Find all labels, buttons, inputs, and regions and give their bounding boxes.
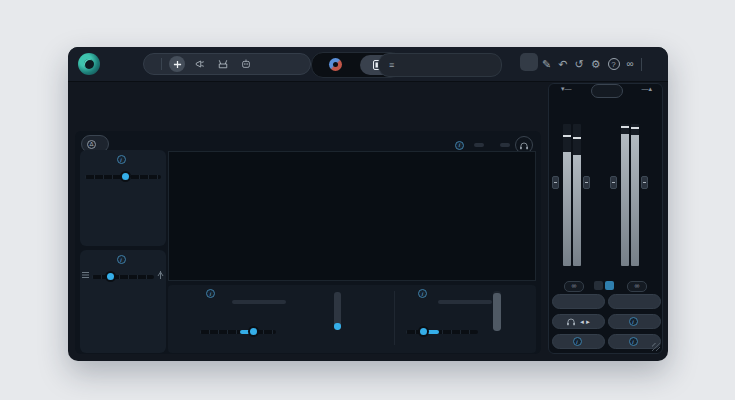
header-bar: ≡ ✎ ↶ ↺ ⚙ ? ∞: [68, 47, 668, 82]
info-icon[interactable]: i: [455, 141, 464, 150]
input-gain-fader-left[interactable]: [552, 176, 559, 189]
info-icon[interactable]: i: [117, 155, 126, 164]
balance-knob[interactable]: [90, 188, 154, 246]
presets-dropdown[interactable]: ≡: [378, 53, 502, 77]
stereo-arrows-icon: ◄►: [579, 319, 591, 325]
peak-hold-mark: [631, 127, 639, 129]
desktop-background: ≡ ✎ ↶ ↺ ⚙ ? ∞ Δ i: [0, 0, 735, 400]
info-icon[interactable]: i: [418, 289, 427, 298]
balance-title-row: i: [80, 155, 166, 164]
peak-hold-mark: [621, 126, 629, 128]
ozone-logo-icon: [78, 53, 100, 75]
peak-hold-mark: [573, 137, 581, 139]
punch-min-icon: [82, 271, 89, 279]
punch-section: i: [80, 250, 166, 353]
gain-increment-button[interactable]: [605, 281, 614, 290]
output-meter-left: [621, 124, 629, 266]
sustain-threshold-value[interactable]: [232, 300, 286, 304]
gain-match-button[interactable]: [608, 294, 661, 309]
meter-fill: [563, 152, 571, 266]
input-meter-right: [573, 124, 581, 266]
window-controls: ✎ ↶ ↺ ⚙ ? ∞: [542, 56, 649, 72]
mix-target-selector[interactable]: [143, 53, 311, 75]
punch-max-icon: [157, 271, 164, 279]
meter-scale: [591, 124, 609, 264]
punch-title-row: i: [80, 255, 166, 264]
punch-slider-handle[interactable]: [107, 273, 114, 280]
input-channel-link-icon[interactable]: ∞: [564, 281, 584, 292]
info-icon[interactable]: i: [117, 255, 126, 264]
help-icon[interactable]: ?: [608, 58, 620, 70]
undo-icon[interactable]: ↶: [558, 56, 567, 72]
io-toggle[interactable]: [591, 84, 623, 98]
balance-section: i: [80, 150, 166, 246]
delta-icon: Δ: [87, 140, 96, 149]
reference-button[interactable]: i: [608, 314, 661, 329]
instruments-icon[interactable]: [238, 56, 254, 72]
resize-handle-icon[interactable]: [652, 343, 660, 351]
waveform-display[interactable]: [168, 151, 536, 281]
gain-decrement-button[interactable]: [594, 281, 603, 290]
sustain-slider-handle[interactable]: [250, 328, 257, 335]
sustain-title-row: i: [206, 289, 219, 298]
meter-fill: [573, 155, 581, 266]
module-chain: [75, 83, 541, 127]
ozone-plugin-window: ≡ ✎ ↶ ↺ ⚙ ? ∞ Δ i: [68, 47, 668, 361]
output-meter-right: [631, 124, 639, 266]
input-gain-fader-right[interactable]: [583, 176, 590, 189]
zoom-value[interactable]: [500, 143, 510, 147]
info-icon[interactable]: i: [206, 289, 215, 298]
peak-tone-slider[interactable]: [406, 330, 478, 334]
output-gain-fader-right[interactable]: [641, 176, 648, 189]
sustain-amount-knob[interactable]: [280, 298, 326, 344]
preset-list-icon: ≡: [389, 60, 394, 70]
peak-gain-meter: [493, 291, 501, 331]
info-icon: i: [629, 317, 638, 326]
vocals-icon[interactable]: [192, 56, 208, 72]
peak-slider-handle[interactable]: [420, 328, 427, 335]
balance-slider-handle[interactable]: [122, 173, 129, 180]
output-gain-fader-left[interactable]: [610, 176, 617, 189]
info-icon: i: [629, 337, 638, 346]
full-mix-icon[interactable]: [169, 56, 185, 72]
sustain-gain-meter-fill: [334, 323, 341, 330]
preset-next-button[interactable]: [520, 53, 538, 71]
input-meter-left: [563, 124, 571, 266]
bypass-button[interactable]: [552, 294, 605, 309]
link-icon[interactable]: ∞: [627, 56, 634, 72]
meter-fill: [621, 134, 629, 266]
io-meter-panel: ▾— —▴: [548, 83, 663, 354]
settings-gear-icon[interactable]: ⚙: [591, 56, 601, 72]
assistant-icon[interactable]: [329, 58, 342, 71]
divider: [641, 58, 642, 71]
peak-hold-mark: [563, 135, 571, 137]
punch-knob[interactable]: [90, 290, 154, 350]
peak-threshold-value[interactable]: [438, 300, 492, 304]
divider: [161, 58, 162, 70]
history-icon[interactable]: ↺: [574, 56, 583, 72]
sustain-tone-slider[interactable]: [200, 330, 276, 334]
output-channel-link-icon[interactable]: ∞: [627, 281, 647, 292]
monitor-mode-button[interactable]: ◄►: [552, 314, 605, 329]
drums-icon[interactable]: [215, 56, 231, 72]
balance-slider[interactable]: [85, 175, 161, 179]
cutoff-frequency-value[interactable]: [474, 143, 484, 147]
meter-fill: [631, 135, 639, 266]
peak-title-row: i: [418, 289, 431, 298]
collapse-left-icon[interactable]: ▾—: [561, 85, 572, 93]
sustain-gain-meter: [334, 292, 341, 330]
divider: [394, 291, 395, 345]
bass-control-module-panel: Δ i i: [75, 131, 541, 354]
edit-icon[interactable]: ✎: [542, 56, 551, 72]
headphones-icon: [566, 317, 576, 326]
info-icon: i: [573, 337, 582, 346]
codec-button[interactable]: i: [552, 334, 605, 349]
peak-gain-meter-fill: [493, 293, 501, 331]
collapse-right-icon[interactable]: —▴: [641, 85, 652, 93]
dynamics-section: i i: [168, 285, 536, 353]
punch-slider[interactable]: [92, 275, 154, 279]
